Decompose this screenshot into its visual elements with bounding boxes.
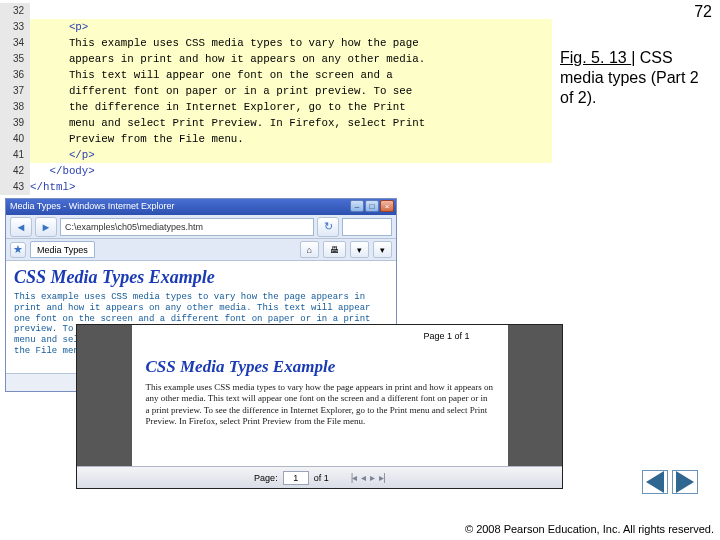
line-number: 35 (0, 51, 30, 67)
code-text: different font on paper or in a print pr… (30, 83, 552, 99)
code-line: 40 Preview from the File menu. (0, 131, 552, 147)
back-button[interactable]: ◄ (10, 217, 32, 237)
line-number: 41 (0, 147, 30, 163)
line-number: 39 (0, 115, 30, 131)
figure-link[interactable]: Fig. 5. 13 (560, 49, 631, 66)
browser-toolbar: ◄ ► C:\examples\ch05\mediatypes.htm ↻ (6, 215, 396, 239)
address-bar[interactable]: C:\examples\ch05\mediatypes.htm (60, 218, 314, 236)
preview-paragraph: This example uses CSS media types to var… (146, 382, 494, 427)
slide-number: 72 (694, 3, 712, 21)
code-line: 42 </body> (0, 163, 552, 179)
copyright: © 2008 Pearson Education, Inc. All right… (465, 523, 714, 536)
window-close-button[interactable]: × (380, 200, 394, 212)
code-line: 34 This example uses CSS media types to … (0, 35, 552, 51)
window-titlebar: Media Types - Windows Internet Explorer … (6, 199, 396, 215)
page-of-label: of 1 (314, 473, 329, 483)
first-page-button[interactable]: |◂ (351, 472, 357, 483)
code-text: This text will appear one font on the sc… (30, 67, 552, 83)
code-line: 41 </p> (0, 147, 552, 163)
line-number: 34 (0, 35, 30, 51)
caption-sep: | (631, 49, 640, 66)
line-number: 33 (0, 19, 30, 35)
page-menu-button[interactable]: ▾ (350, 241, 369, 258)
forward-button[interactable]: ► (35, 217, 57, 237)
code-text: </body> (30, 163, 552, 179)
print-preview-window: Page 1 of 1 CSS Media Types Example This… (76, 324, 563, 489)
code-text: the difference in Internet Explorer, go … (30, 99, 552, 115)
window-maximize-button[interactable]: □ (365, 200, 379, 212)
figure-caption: Fig. 5. 13 | CSS media types (Part 2 of … (560, 48, 700, 108)
print-button[interactable]: 🖶 (323, 241, 346, 258)
tab-label: Media Types (37, 245, 88, 255)
tools-menu-button[interactable]: ▾ (373, 241, 392, 258)
home-button[interactable]: ⌂ (300, 241, 319, 258)
code-line: 36 This text will appear one font on the… (0, 67, 552, 83)
page-indicator: Page 1 of 1 (423, 331, 469, 341)
code-line: 35 appears in print and how it appears o… (0, 51, 552, 67)
triangle-right-icon (676, 471, 694, 493)
refresh-button[interactable]: ↻ (317, 217, 339, 237)
code-line: 38 the difference in Internet Explorer, … (0, 99, 552, 115)
favorites-button[interactable]: ★ (10, 242, 26, 258)
print-preview-page: Page 1 of 1 CSS Media Types Example This… (132, 325, 508, 466)
window-minimize-button[interactable]: – (350, 200, 364, 212)
code-text: <p> (30, 19, 552, 35)
code-text: menu and select Print Preview. In Firefo… (30, 115, 552, 131)
code-text: </p> (30, 147, 552, 163)
code-text: Preview from the File menu. (30, 131, 552, 147)
next-page-button[interactable]: ▸ (370, 472, 374, 483)
page-number-input[interactable]: 1 (283, 471, 309, 485)
last-page-button[interactable]: ▸| (379, 472, 385, 483)
preview-heading: CSS Media Types Example (146, 357, 494, 377)
prev-slide-button[interactable] (642, 470, 668, 494)
next-slide-button[interactable] (672, 470, 698, 494)
prev-page-button[interactable]: ◂ (361, 472, 365, 483)
line-number: 36 (0, 67, 30, 83)
browser-tabbar: ★ Media Types ⌂ 🖶 ▾ ▾ (6, 239, 396, 261)
code-line: 43</html> (0, 179, 552, 195)
code-line: 32 (0, 3, 552, 19)
search-box[interactable] (342, 218, 392, 236)
line-number: 37 (0, 83, 30, 99)
print-preview-toolbar: Page: 1 of 1 |◂ ◂ ▸ ▸| (77, 466, 562, 488)
line-number: 38 (0, 99, 30, 115)
slide-nav (642, 470, 698, 494)
code-text: </html> (30, 179, 552, 195)
code-line: 37 different font on paper or in a print… (0, 83, 552, 99)
browser-tab[interactable]: Media Types (30, 241, 95, 258)
line-number: 42 (0, 163, 30, 179)
page-heading: CSS Media Types Example (14, 267, 388, 288)
code-listing: 3233 <p>34 This example uses CSS media t… (0, 3, 552, 195)
code-line: 39 menu and select Print Preview. In Fir… (0, 115, 552, 131)
triangle-left-icon (646, 471, 664, 493)
line-number: 43 (0, 179, 30, 195)
line-number: 32 (0, 3, 30, 19)
code-text: appears in print and how it appears on a… (30, 51, 552, 67)
code-line: 33 <p> (0, 19, 552, 35)
print-preview-body: Page 1 of 1 CSS Media Types Example This… (77, 325, 562, 466)
line-number: 40 (0, 131, 30, 147)
page-label: Page: (254, 473, 278, 483)
window-title: Media Types - Windows Internet Explorer (10, 201, 174, 211)
code-text: This example uses CSS media types to var… (30, 35, 552, 51)
address-text: C:\examples\ch05\mediatypes.htm (65, 222, 203, 232)
